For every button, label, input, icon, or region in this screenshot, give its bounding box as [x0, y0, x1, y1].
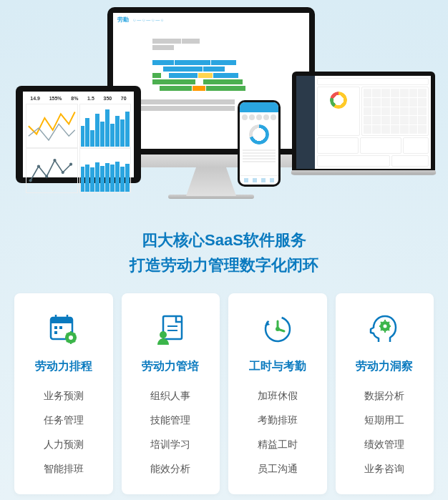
- svg-rect-11: [59, 326, 62, 329]
- kpi-row: 14.9 155% 8% 1.5 350 70: [26, 94, 131, 104]
- tablet-screen: 14.9 155% 8% 1.5 350 70: [23, 92, 134, 177]
- card-item: 数据分析: [340, 384, 430, 408]
- bar-chart-mini: [79, 104, 132, 148]
- line-chart: [26, 104, 78, 148]
- card-insight: 劳动力洞察 数据分析 短期用工 绩效管理 业务咨询: [336, 293, 434, 494]
- laptop-screen: [296, 76, 431, 169]
- card-title: 劳动力排程: [19, 359, 109, 374]
- device-cluster: 劳勤 ○ — ○ — ○ — ○: [0, 0, 448, 215]
- card-item: 业务咨询: [340, 457, 430, 481]
- card-scheduling: 劳动力排程 业务预测 任务管理 人力预测 智能排班: [14, 293, 113, 494]
- card-item: 能效分析: [126, 457, 216, 481]
- svg-point-0: [29, 180, 32, 182]
- calendar-widget: [361, 87, 429, 136]
- laptop-device: [292, 72, 435, 176]
- svg-point-1: [37, 165, 40, 168]
- card-items: 加班休假 考勤排班 精益工时 员工沟通: [233, 384, 323, 481]
- column-chart: [79, 148, 132, 192]
- calendar-gear-icon: [44, 309, 84, 349]
- card-items: 数据分析 短期用工 绩效管理 业务咨询: [340, 384, 430, 481]
- card-item: 业务预测: [19, 384, 109, 408]
- svg-point-14: [69, 335, 73, 340]
- progress-ring: [249, 124, 269, 144]
- card-attendance: 工时与考勤 加班休假 考勤排班 精益工时 员工沟通: [228, 293, 327, 494]
- headline-line2: 打造劳动力管理数字化闭环: [0, 253, 448, 278]
- donut-chart: [317, 87, 360, 136]
- card-item: 精益工时: [233, 433, 323, 457]
- card-item: 员工沟通: [233, 457, 323, 481]
- card-item: 加班休假: [233, 384, 323, 408]
- svg-point-3: [53, 159, 56, 162]
- card-items: 组织人事 技能管理 培训学习 能效分析: [126, 384, 216, 481]
- app-logo: 劳勤: [117, 16, 129, 24]
- headline: 四大核心SaaS软件服务 打造劳动力管理数字化闭环: [0, 227, 448, 278]
- svg-point-5: [69, 163, 72, 166]
- phone-device: [238, 100, 281, 187]
- feature-cards: 劳动力排程 业务预测 任务管理 人力预测 智能排班 劳动力管培 组织人事 技能管…: [0, 278, 448, 494]
- phone-screen: [240, 102, 278, 185]
- svg-rect-10: [54, 326, 57, 329]
- card-item: 智能排班: [19, 457, 109, 481]
- tablet-device: 14.9 155% 8% 1.5 350 70: [16, 86, 141, 183]
- person-doc-icon: [150, 309, 190, 349]
- card-title: 劳动力管培: [126, 359, 216, 374]
- card-item: 短期用工: [340, 408, 430, 433]
- svg-point-18: [160, 331, 167, 338]
- card-items: 业务预测 任务管理 人力预测 智能排班: [19, 384, 109, 481]
- card-item: 人力预测: [19, 433, 109, 457]
- head-gear-icon: [364, 309, 404, 349]
- card-item: 考勤排班: [233, 408, 323, 433]
- headline-line1: 四大核心SaaS软件服务: [0, 227, 448, 253]
- card-item: 组织人事: [126, 384, 216, 408]
- card-item: 培训学习: [126, 433, 216, 457]
- scatter-chart: [26, 148, 78, 192]
- svg-point-2: [45, 175, 48, 178]
- clock-arrow-icon: [258, 309, 298, 349]
- svg-rect-12: [54, 331, 57, 334]
- card-title: 工时与考勤: [233, 359, 323, 374]
- card-training: 劳动力管培 组织人事 技能管理 培训学习 能效分析: [122, 293, 220, 494]
- svg-point-24: [384, 325, 387, 328]
- svg-point-4: [62, 171, 64, 174]
- card-title: 劳动力洞察: [340, 359, 430, 374]
- card-item: 技能管理: [126, 408, 216, 433]
- card-item: 任务管理: [19, 408, 109, 433]
- svg-rect-7: [51, 318, 72, 323]
- card-item: 绩效管理: [340, 433, 430, 457]
